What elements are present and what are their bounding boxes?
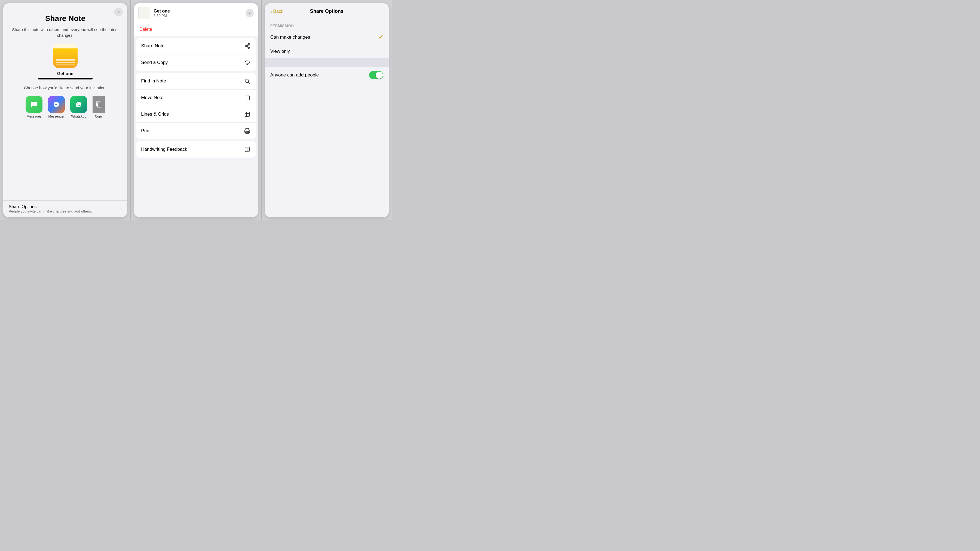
- note-thumbnail: [138, 7, 150, 19]
- notes-line-3: [56, 62, 75, 63]
- anyone-can-add-label: Anyone can add people: [270, 72, 319, 78]
- messages-label: Messages: [27, 114, 41, 118]
- send-copy-icon: [243, 59, 251, 67]
- app-item-copy[interactable]: Copy: [92, 96, 105, 118]
- app-item-messenger[interactable]: Messenger: [48, 96, 65, 118]
- app-icons-row: Messages Messenger: [25, 96, 105, 118]
- panel2-close-button[interactable]: ×: [245, 9, 254, 17]
- divider: [265, 58, 389, 67]
- share-options-panel: ‹ Back Share Options PERMISSION Can make…: [261, 0, 392, 221]
- copy-label: Copy: [95, 114, 103, 118]
- svg-point-15: [248, 131, 248, 132]
- anyone-can-add-row: Anyone can add people: [265, 67, 389, 84]
- copy-icon[interactable]: [92, 96, 105, 113]
- notes-line-2: [56, 60, 75, 61]
- app-item-messages[interactable]: Messages: [25, 96, 43, 118]
- svg-rect-8: [245, 96, 249, 100]
- notes-line-1: [56, 59, 75, 60]
- view-only-label: View only: [270, 49, 290, 54]
- share-note-menu-icon: [243, 42, 251, 50]
- whatsapp-icon[interactable]: [70, 96, 87, 113]
- svg-rect-9: [245, 112, 249, 117]
- note-name-label: Get one: [57, 71, 73, 76]
- lines-grids-label: Lines & Grids: [141, 111, 169, 117]
- note-header-title: Get one: [154, 9, 170, 14]
- note-progress-bar: [38, 78, 92, 79]
- permission-section-label: PERMISSION: [270, 19, 383, 30]
- share-note-subtitle: Share this note with others and everyone…: [11, 27, 119, 38]
- context-menu-panel: Get one 3:50 PM × Delete Share Note: [130, 0, 261, 221]
- checkmark-icon: ✓: [379, 34, 383, 41]
- move-label: Move Note: [141, 95, 163, 100]
- share-options-row[interactable]: Share Options People you invite can make…: [3, 200, 127, 217]
- choose-invitation-text: Choose how you'd like to send your invit…: [24, 85, 107, 91]
- share-options-info: Share Options People you invite can make…: [9, 204, 92, 213]
- handwriting-icon: [243, 146, 251, 153]
- send-copy-label: Send a Copy: [141, 60, 168, 65]
- menu-section-3: Handwriting Feedback: [136, 141, 256, 157]
- handwriting-label: Handwriting Feedback: [141, 147, 187, 152]
- menu-section: Share Note Send a Copy: [136, 38, 256, 71]
- svg-line-7: [248, 82, 250, 84]
- find-label: Find in Note: [141, 78, 166, 84]
- menu-item-send-copy[interactable]: Send a Copy: [136, 54, 256, 71]
- menu-item-handwriting[interactable]: Handwriting Feedback: [136, 141, 256, 157]
- menu-item-share-note[interactable]: Share Note: [136, 38, 256, 54]
- menu-item-find[interactable]: Find in Note: [136, 73, 256, 89]
- share-options-sheet: ‹ Back Share Options PERMISSION Can make…: [265, 3, 389, 217]
- app-item-whatsapp[interactable]: WhatsApp: [70, 96, 87, 118]
- permission-can-make-changes[interactable]: Can make changes ✓: [270, 30, 383, 45]
- share-options-title: Share Options: [310, 8, 344, 14]
- menu-section-2: Find in Note Move Note: [136, 73, 256, 139]
- delete-button[interactable]: Delete: [139, 27, 152, 32]
- share-options-subtitle: People you invite can make changes and a…: [9, 209, 92, 213]
- share-options-header: ‹ Back Share Options: [265, 3, 389, 19]
- back-label: Back: [273, 9, 283, 14]
- print-icon: [243, 127, 251, 135]
- permission-section: PERMISSION Can make changes ✓ View only: [265, 19, 389, 58]
- delete-section: Delete: [134, 23, 258, 36]
- svg-point-2: [248, 48, 249, 49]
- find-icon: [243, 77, 251, 85]
- note-header-info: Get one 3:50 PM: [154, 9, 170, 18]
- print-label: Print: [141, 128, 151, 133]
- share-note-panel: × Share Note Share this note with others…: [0, 0, 130, 221]
- whatsapp-label: WhatsApp: [71, 114, 86, 118]
- notes-app-icon: [53, 43, 78, 68]
- permission-view-only[interactable]: View only: [270, 45, 383, 58]
- svg-point-0: [248, 43, 249, 45]
- back-button[interactable]: ‹ Back: [270, 8, 283, 14]
- move-icon: [243, 94, 251, 102]
- share-options-title: Share Options: [9, 204, 92, 209]
- share-note-title: Share Note: [45, 14, 86, 23]
- menu-item-print[interactable]: Print: [136, 123, 256, 139]
- messenger-label: Messenger: [48, 114, 64, 118]
- can-make-changes-label: Can make changes: [270, 35, 310, 40]
- notes-line-4: [56, 64, 75, 65]
- messenger-icon[interactable]: [48, 96, 65, 113]
- menu-item-move[interactable]: Move Note: [136, 89, 256, 106]
- panel1-content: Share Note Share this note with others a…: [3, 3, 127, 130]
- menu-item-lines[interactable]: Lines & Grids: [136, 106, 256, 123]
- anyone-can-add-toggle[interactable]: [369, 71, 383, 79]
- lines-grids-icon: [243, 111, 251, 118]
- back-chevron-icon: ‹: [270, 8, 272, 14]
- messages-icon[interactable]: [25, 96, 43, 113]
- notes-icon-top: [53, 43, 78, 48]
- note-header: Get one 3:50 PM ×: [134, 3, 258, 23]
- share-note-menu-label: Share Note: [141, 43, 164, 49]
- notes-icon-lines: [56, 58, 75, 65]
- svg-point-18: [247, 150, 247, 151]
- svg-point-6: [245, 79, 248, 83]
- chevron-right-icon: ›: [120, 206, 122, 212]
- svg-point-1: [245, 45, 246, 47]
- share-note-sheet: × Share Note Share this note with others…: [3, 3, 127, 217]
- context-menu-sheet: Get one 3:50 PM × Delete Share Note: [134, 3, 258, 217]
- note-header-time: 3:50 PM: [154, 14, 170, 18]
